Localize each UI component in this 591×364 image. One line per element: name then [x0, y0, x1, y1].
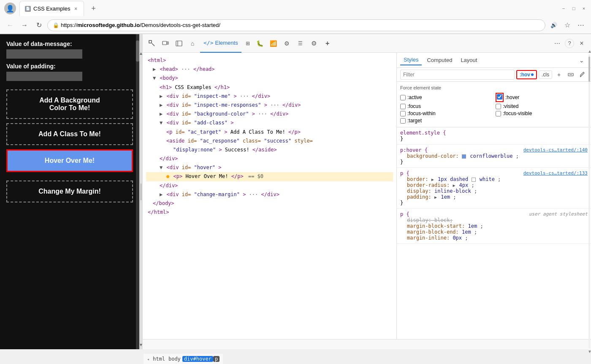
dom-add-class-end[interactable]: </div> [146, 154, 393, 163]
active-tab[interactable]: 📄 CSS Examples × [19, 1, 84, 16]
help-button[interactable]: ? [565, 39, 574, 48]
css-source-p-hover[interactable]: devtools-cs…tarted/:140 [523, 147, 588, 153]
focus-visible-label: :focus-visible [503, 111, 532, 116]
more-styles-button[interactable]: ⌄ [576, 54, 588, 66]
tab-close-button[interactable]: × [73, 6, 79, 12]
layout-tab[interactable]: Layout [457, 55, 480, 65]
expand-bg-color[interactable]: ▶ [160, 111, 163, 117]
toggle-sidebar-button[interactable] [173, 38, 185, 49]
add-tab-button[interactable]: + [322, 38, 333, 49]
dom-inspect-me[interactable]: ▶ <div id= "inspect-me" > ··· </div> [146, 92, 393, 101]
dom-div4-end: </div> [160, 156, 178, 162]
styles-tab[interactable]: Styles [400, 55, 422, 65]
border-radius-expand[interactable]: ▶ [453, 183, 456, 188]
add-style-button[interactable]: + [554, 70, 564, 80]
device-emulation-button[interactable] [160, 38, 171, 49]
add-class-box[interactable]: Add A Class To Me! [6, 123, 133, 145]
dom-html-end[interactable]: </html> [146, 208, 393, 217]
styles-scrollbar[interactable]: ▲ ▼ [588, 53, 591, 339]
dom-inspect-me-responses[interactable]: ▶ <div id= "inspect-me-responses" > ··· … [146, 101, 393, 110]
close-button[interactable]: × [581, 5, 587, 11]
expand-responses[interactable]: ▶ [160, 102, 163, 108]
dom-aside[interactable]: <aside id= "ac_response" class= "success… [146, 137, 393, 146]
border-expand[interactable]: ▶ [431, 177, 435, 182]
focus-visible-checkbox[interactable] [496, 111, 501, 116]
refresh-button[interactable]: ↻ [33, 19, 45, 31]
expand-head[interactable]: ▶ [153, 66, 156, 72]
visited-checkbox[interactable] [496, 104, 501, 109]
dom-body-end[interactable]: </body> [146, 199, 393, 208]
styles-filter-input[interactable] [400, 70, 515, 80]
dom-body-tag[interactable]: ▼ <body> [146, 74, 393, 83]
console-tab[interactable]: ⊞ [243, 38, 252, 49]
minimize-button[interactable]: − [561, 5, 567, 11]
back-button[interactable]: ← [4, 19, 16, 31]
dom-hover-p[interactable]: ● <p> Hover Over Me! </p> == $0 [146, 172, 393, 181]
bg-color-swatch[interactable] [462, 154, 466, 159]
title-bar: 👤 📄 CSS Examples × + − □ × [0, 0, 591, 17]
hover-box[interactable]: Hover Over Me! [6, 149, 133, 172]
maximize-button[interactable]: □ [571, 5, 577, 11]
change-margin-box[interactable]: Change My Margin! [6, 181, 133, 202]
data-message-input[interactable] [6, 49, 82, 59]
dom-change-margin[interactable]: ▶ <div id= "change-margin" > ··· </div> [146, 190, 393, 199]
dom-p2-open: <p> [173, 173, 182, 179]
target-checkbox[interactable] [400, 118, 406, 124]
forward-button[interactable]: → [19, 19, 30, 31]
dom-background-color[interactable]: ▶ <div id= "background-color" > ··· </di… [146, 110, 393, 119]
focus-within-checkbox[interactable] [400, 111, 406, 116]
dom-head-tag[interactable]: ▶ <head> ··· </head> [146, 65, 393, 74]
dom-hover-end[interactable]: </div> [146, 181, 393, 190]
panel-splitter[interactable]: ▲ ▼ [139, 34, 143, 349]
more-tools-button[interactable]: ⋯ [551, 38, 563, 49]
padding-input[interactable] [6, 72, 82, 81]
read-aloud-button[interactable]: 🔊 [548, 19, 560, 31]
display-name: display: [407, 188, 434, 194]
expand-add-class[interactable]: ▼ [160, 120, 163, 126]
new-tab-button[interactable]: + [87, 3, 99, 14]
computed-tab[interactable]: Computed [423, 55, 455, 65]
expand-change-margin[interactable]: ▶ [160, 191, 163, 197]
dom-h1-tag[interactable]: <h1> CSS Examples </h1> [146, 83, 393, 92]
dom-add-class[interactable]: ▼ <div id= "add-class" > [146, 119, 393, 127]
dom-hover-div[interactable]: ▼ <div id= "hover" > [146, 163, 393, 172]
expand-inspect-me[interactable]: ▶ [160, 93, 163, 99]
network-tab[interactable]: 📶 [268, 38, 279, 49]
hover-checkbox[interactable] [497, 94, 502, 100]
performance-tab[interactable]: ⚙ [281, 38, 293, 49]
inspect-element-button[interactable] [146, 38, 158, 49]
settings-btn[interactable]: ⚙ [308, 38, 320, 49]
user-avatar[interactable]: 👤 [4, 3, 16, 14]
focus-checkbox[interactable] [400, 104, 406, 109]
dom-aside-cont[interactable]: "display:none" > Success! </aside> [146, 146, 393, 154]
bug-tab[interactable]: 🐛 [254, 38, 266, 49]
active-checkbox[interactable] [400, 95, 406, 100]
dom-html-tag[interactable]: <html> [146, 56, 393, 65]
cls-button[interactable]: .cls [539, 70, 552, 79]
elements-tab[interactable]: </> Elements [200, 34, 241, 53]
url-bar[interactable]: 🔒 https://microsoftedge.github.io/Demos/… [47, 19, 545, 31]
favorites-button[interactable]: ☆ [561, 19, 573, 31]
css-display-property: display: inline-block ; [400, 188, 588, 194]
home-button[interactable]: ⌂ [187, 38, 198, 49]
toggle-property-button[interactable] [566, 70, 576, 80]
expand-body[interactable]: ▼ [153, 75, 156, 81]
dom-attr-ac-target: "ac_target" [188, 129, 221, 135]
padding-expand[interactable]: ▶ [434, 195, 438, 200]
sources-tab[interactable]: ☰ [295, 38, 306, 49]
hov-button[interactable]: :hov [516, 70, 537, 79]
css-bg-color-property: background-color: cornflowerblue ; [400, 153, 588, 159]
hover-checkbox-wrapper [496, 93, 504, 102]
dom-ac-target[interactable]: <p id= "ac_target" > Add A Class To Me! … [146, 128, 393, 137]
active-label: :active [407, 94, 422, 100]
new-rule-button[interactable] [577, 70, 588, 80]
close-devtools-button[interactable]: × [576, 38, 588, 49]
scrollbar-track[interactable] [136, 34, 139, 349]
border-color-swatch[interactable] [472, 178, 476, 182]
more-button[interactable]: ⋯ [575, 19, 587, 31]
dom-panel[interactable]: <html> ▶ <head> ··· </head> ▼ <body> <h1… [143, 53, 397, 339]
css-source-p[interactable]: devtools-cs…tarted/:133 [523, 170, 588, 176]
dom-tag-html: <html> [148, 57, 166, 63]
background-color-box[interactable]: Add A BackgroundColor To Me! [6, 89, 133, 119]
expand-hover[interactable]: ▼ [160, 164, 163, 170]
